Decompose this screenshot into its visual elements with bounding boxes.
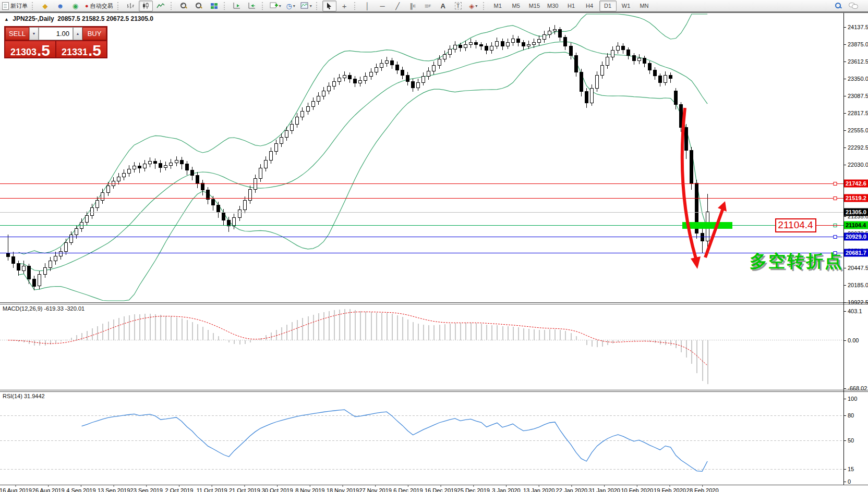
chat-button[interactable] (846, 1, 860, 11)
date-label: 23 Sep 2019 (130, 487, 163, 492)
candle-body (585, 92, 588, 103)
candle-body (548, 31, 551, 34)
macd-tick-label: 403.1 (848, 308, 862, 314)
candle-body (33, 279, 36, 286)
zoom-out-button[interactable]: − (192, 1, 206, 11)
candle-body (96, 201, 99, 208)
candlestick-chart-icon (141, 2, 150, 9)
candle-body (538, 40, 541, 43)
candle-body (123, 173, 126, 177)
timeframe-button-D1[interactable]: D1 (599, 1, 617, 11)
candle-body (359, 80, 362, 83)
price-tick-label: 23350.0 (848, 76, 868, 82)
new-chart-button[interactable]: ▾ (268, 1, 283, 11)
community-button[interactable]: ☻ (53, 1, 67, 11)
toolbar-grip[interactable] (316, 2, 320, 10)
new-order-icon (2, 2, 9, 10)
line-handle[interactable] (834, 182, 837, 186)
zoom-in-button[interactable]: + (177, 1, 191, 11)
date-label: 16 Aug 2019 (0, 487, 32, 492)
timeframe-button-H1[interactable]: H1 (563, 1, 580, 11)
candle-body (512, 39, 515, 43)
text-label-button[interactable]: T (451, 1, 465, 11)
sell-price[interactable]: 21303 .5 (5, 41, 55, 57)
candle-body (522, 43, 525, 46)
toolbar-grip[interactable] (262, 2, 266, 10)
date-label: 18 Nov 2019 (327, 487, 359, 492)
timeframe-button-H4[interactable]: H4 (581, 1, 598, 11)
chart-canvas[interactable]: 24137.523875.023612.523350.023087.522817… (0, 13, 868, 492)
timeframe-button-M30[interactable]: M30 (544, 1, 561, 11)
market-button[interactable]: ◆ (38, 1, 52, 11)
candle-body (180, 160, 184, 164)
candle-body (380, 64, 383, 68)
text-button[interactable]: A (436, 1, 450, 11)
auto-scroll-button[interactable] (230, 1, 244, 11)
bar-chart-type-button[interactable] (124, 1, 138, 11)
toolbar-grip[interactable] (32, 2, 36, 10)
candle-body (196, 175, 199, 183)
fibonacci-button[interactable]: ≡F (421, 1, 435, 11)
toolbar-grip[interactable] (117, 2, 122, 10)
tile-windows-button[interactable] (207, 1, 221, 11)
date-label: 21 Oct 2019 (229, 487, 260, 492)
sell-button[interactable]: SELL (5, 27, 29, 40)
vertical-line-button[interactable]: │ (360, 1, 375, 11)
text-label-icon: T (455, 2, 462, 9)
template-icon (300, 2, 309, 9)
channel-button[interactable]: ∥E (406, 1, 420, 11)
templates-button[interactable]: ▾ (299, 1, 314, 11)
candle-body (86, 216, 89, 223)
profiles-button[interactable]: ◷ ▾ (284, 1, 298, 11)
candle-body (143, 164, 147, 168)
candle-body (590, 88, 594, 103)
volume-down-button[interactable]: ▼ (29, 27, 39, 40)
toolbar-grip[interactable] (224, 2, 228, 10)
volume-input[interactable]: 1.00 (39, 27, 73, 40)
chart-shift-icon (248, 2, 256, 9)
candle-body (259, 168, 262, 178)
line-handle[interactable] (834, 197, 837, 200)
signals-button[interactable]: ◉ (68, 1, 82, 11)
date-label: 10 Feb 2020 (621, 487, 653, 492)
candle-body (570, 46, 573, 56)
current-price-badge-text: 21305.0 (846, 209, 866, 215)
rsi-tick-label: 80 (848, 412, 854, 419)
toolbar: 新订单 ◆ ☻ ◉ ● 自动交易 + − ▾ ◷ ▾ ▾ + (0, 0, 868, 13)
volume-up-button[interactable]: ▲ (73, 27, 82, 40)
candle-body (138, 166, 141, 168)
toolbar-grip[interactable] (354, 2, 358, 10)
candle-body (391, 61, 394, 65)
line-handle[interactable] (834, 236, 837, 239)
date-label: 13 Jan 2020 (523, 487, 555, 492)
auto-trading-button[interactable]: ● 自动交易 (83, 1, 115, 11)
one-click-panel-toggle-icon[interactable]: ▲ (4, 17, 9, 22)
horizontal-line-button[interactable]: ─ (376, 1, 390, 11)
timeframe-button-M15[interactable]: M15 (526, 1, 543, 11)
search-icon (835, 2, 842, 9)
timeframe-button-MN[interactable]: MN (636, 1, 653, 11)
candle-body (128, 169, 131, 174)
buy-price[interactable]: 21331 .5 (56, 41, 106, 57)
candle-body (370, 72, 373, 77)
candle-body (133, 166, 136, 169)
timeframe-button-M5[interactable]: M5 (508, 1, 525, 11)
toolbar-grip[interactable] (171, 2, 175, 10)
cursor-button[interactable] (322, 1, 336, 11)
timeframe-button-W1[interactable]: W1 (618, 1, 635, 11)
trendline-button[interactable]: ╱ (391, 1, 405, 11)
arrows-button[interactable]: ◈▾ (466, 1, 480, 11)
candle-body (422, 77, 425, 82)
chart-shift-button[interactable] (245, 1, 259, 11)
buy-button[interactable]: BUY (82, 27, 106, 40)
line-chart-type-button[interactable] (154, 1, 168, 11)
timeframe-button-M1[interactable]: M1 (489, 1, 507, 11)
candlestick-chart-type-button[interactable] (139, 1, 153, 11)
toolbar-grip[interactable] (483, 2, 487, 10)
new-order-button[interactable]: 新订单 (1, 1, 29, 11)
timeframe-group: M1M5M15M30H1H4D1W1MN (489, 1, 654, 11)
crosshair-button[interactable]: + (337, 1, 352, 11)
date-label: 11 Oct 2019 (197, 487, 227, 492)
date-label: 3 Jan 2020 (492, 487, 520, 492)
search-button[interactable] (831, 1, 845, 11)
